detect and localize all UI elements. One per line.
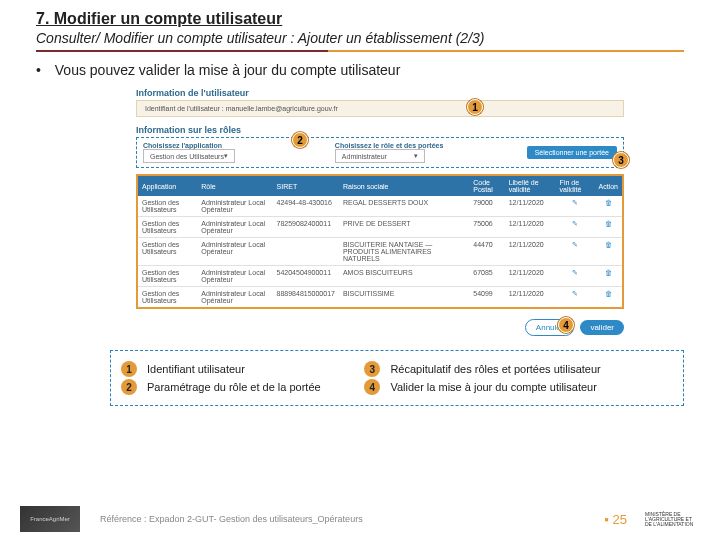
table-header: Action xyxy=(594,175,623,196)
identifier-value: manuelle.lambe@agriculture.gouv.fr xyxy=(226,105,338,112)
marker-4: 4 xyxy=(558,317,574,333)
table-cell: AMOS BISCUITEURS xyxy=(339,266,469,287)
table-cell: Administrateur Local Opérateur xyxy=(197,266,272,287)
role-select-value: Administrateur xyxy=(342,153,387,160)
role-label: Choisissez le rôle et des portées xyxy=(335,142,517,149)
table-cell: Administrateur Local Opérateur xyxy=(197,217,272,238)
table-cell: 12/11/2020 xyxy=(505,217,556,238)
table-header: Rôle xyxy=(197,175,272,196)
legend-box: 1 Identifiant utilisateur 3 Récapitulati… xyxy=(110,350,684,406)
edit-icon[interactable]: ✎ xyxy=(556,217,595,238)
table-row: Gestion des UtilisateursAdministrateur L… xyxy=(137,287,623,309)
table-cell: 78259082400011 xyxy=(273,217,339,238)
panel2-heading: Information sur les rôles xyxy=(136,125,624,135)
legend-num-1: 1 xyxy=(121,361,137,377)
table-cell: PRIVE DE DESSERT xyxy=(339,217,469,238)
table-header: Fin de validité xyxy=(556,175,595,196)
page-title: 7. Modifier un compte utilisateur xyxy=(36,10,684,28)
table-cell: 54099 xyxy=(469,287,504,309)
panel-roles: Choisissez l'application Gestion des Uti… xyxy=(136,137,624,168)
page-bullet: ▪ xyxy=(604,512,612,527)
footer: FranceAgriMer Référence : Expadon 2-GUT-… xyxy=(0,504,720,534)
table-cell: 44470 xyxy=(469,238,504,266)
delete-icon[interactable]: 🗑 xyxy=(594,217,623,238)
table-cell: 54204504900011 xyxy=(273,266,339,287)
table-cell: Gestion des Utilisateurs xyxy=(137,196,197,217)
marker-2: 2 xyxy=(292,132,308,148)
delete-icon[interactable]: 🗑 xyxy=(594,238,623,266)
table-cell: 79000 xyxy=(469,196,504,217)
page-number: ▪ 25 xyxy=(604,512,627,527)
table-cell: BISCUITISSIME xyxy=(339,287,469,309)
table-cell: 12/11/2020 xyxy=(505,266,556,287)
table-cell: Gestion des Utilisateurs xyxy=(137,238,197,266)
legend-text-4: Valider la mise à jour du compte utilisa… xyxy=(390,381,673,393)
legend-text-1: Identifiant utilisateur xyxy=(147,363,364,375)
table-cell: Administrateur Local Opérateur xyxy=(197,238,272,266)
bullet-line: • Vous pouvez valider la mise à jour du … xyxy=(36,62,684,78)
edit-icon[interactable]: ✎ xyxy=(556,196,595,217)
edit-icon[interactable]: ✎ xyxy=(556,287,595,309)
legend-num-2: 2 xyxy=(121,379,137,395)
page-subtitle: Consulter/ Modifier un compte utilisateu… xyxy=(36,30,684,46)
table-header: SIRET xyxy=(273,175,339,196)
panel1-heading: Information de l'utilisateur xyxy=(136,88,624,98)
legend-row: 1 Identifiant utilisateur 3 Récapitulati… xyxy=(121,361,673,377)
legend-num-3: 3 xyxy=(364,361,380,377)
screenshot-region: Information de l'utilisateur Identifiant… xyxy=(136,88,624,336)
table-row: Gestion des UtilisateursAdministrateur L… xyxy=(137,266,623,287)
bullet-icon: • xyxy=(36,62,41,78)
table-cell: 42494-48-430016 xyxy=(273,196,339,217)
chevron-down-icon: ▾ xyxy=(224,152,228,160)
identifier-label: Identifiant de l'utilisateur : xyxy=(145,105,224,112)
brand-logo: FranceAgriMer xyxy=(20,506,80,532)
app-select-value: Gestion des Utilisateurs xyxy=(150,153,224,160)
table-cell: Gestion des Utilisateurs xyxy=(137,266,197,287)
select-scope-button[interactable]: Sélectionner une portée xyxy=(527,146,617,159)
table-cell: Gestion des Utilisateurs xyxy=(137,217,197,238)
footer-reference: Référence : Expadon 2-GUT- Gestion des u… xyxy=(100,514,586,524)
page-num: 25 xyxy=(613,512,627,527)
chevron-down-icon: ▾ xyxy=(414,152,418,160)
legend-text-2: Paramétrage du rôle et de la portée xyxy=(147,381,364,393)
bullet-text: Vous pouvez valider la mise à jour du co… xyxy=(55,62,401,78)
table-cell: Administrateur Local Opérateur xyxy=(197,287,272,309)
roles-table: ApplicationRôleSIRETRaison socialeCode P… xyxy=(136,174,624,309)
validate-button[interactable]: valider xyxy=(580,320,624,335)
table-header: Code Postal xyxy=(469,175,504,196)
table-cell: Administrateur Local Opérateur xyxy=(197,196,272,217)
edit-icon[interactable]: ✎ xyxy=(556,266,595,287)
marker-1: 1 xyxy=(467,99,483,115)
table-row: Gestion des UtilisateursAdministrateur L… xyxy=(137,217,623,238)
panel-user-info: Identifiant de l'utilisateur : manuelle.… xyxy=(136,100,624,117)
table-cell: 888984815000017 xyxy=(273,287,339,309)
table-cell: 75006 xyxy=(469,217,504,238)
table-row: Gestion des UtilisateursAdministrateur L… xyxy=(137,238,623,266)
table-cell: Gestion des Utilisateurs xyxy=(137,287,197,309)
legend-row: 2 Paramétrage du rôle et de la portée 4 … xyxy=(121,379,673,395)
delete-icon[interactable]: 🗑 xyxy=(594,287,623,309)
table-header: Libellé de validité xyxy=(505,175,556,196)
app-select[interactable]: Gestion des Utilisateurs ▾ xyxy=(143,149,235,163)
table-cell: 12/11/2020 xyxy=(505,287,556,309)
table-cell: 12/11/2020 xyxy=(505,196,556,217)
delete-icon[interactable]: 🗑 xyxy=(594,196,623,217)
divider xyxy=(36,50,684,52)
ministry-logo: MINISTÈRE DE L'AGRICULTURE ET DE L'ALIME… xyxy=(645,504,700,534)
table-header: Application xyxy=(137,175,197,196)
edit-icon[interactable]: ✎ xyxy=(556,238,595,266)
table-cell: BISCUITERIE NANTAISE — PRODUITS ALIMENTA… xyxy=(339,238,469,266)
delete-icon[interactable]: 🗑 xyxy=(594,266,623,287)
table-row: Gestion des UtilisateursAdministrateur L… xyxy=(137,196,623,217)
legend-text-3: Récapitulatif des rôles et portées utili… xyxy=(390,363,673,375)
table-cell: REGAL DESSERTS DOUX xyxy=(339,196,469,217)
table-cell: 12/11/2020 xyxy=(505,238,556,266)
table-header: Raison sociale xyxy=(339,175,469,196)
table-cell: 67085 xyxy=(469,266,504,287)
marker-3: 3 xyxy=(613,152,629,168)
table-cell xyxy=(273,238,339,266)
legend-num-4: 4 xyxy=(364,379,380,395)
role-select[interactable]: Administrateur ▾ xyxy=(335,149,425,163)
